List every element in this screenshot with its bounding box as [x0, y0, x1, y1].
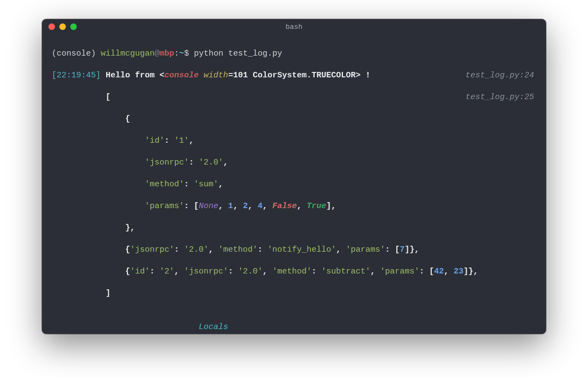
data-line: 'params': [None, 1, 2, 4, False, True],: [52, 201, 536, 212]
data-line: 'jsonrpc': '2.0',: [52, 157, 536, 168]
prompt-line-1: (console) willmcgugan@mbp:~$ python test…: [52, 48, 536, 59]
data-line: 'method': 'sum',: [52, 179, 536, 190]
log-line-1: [22:19:45] Hello from <console width=101…: [52, 70, 536, 81]
titlebar: bash: [42, 19, 546, 34]
data-line: {: [52, 114, 536, 125]
log-line-2: [test_log.py:25: [52, 92, 536, 103]
terminal-body[interactable]: (console) willmcgugan@mbp:~$ python test…: [42, 34, 546, 334]
data-line: {'id': '2', 'jsonrpc': '2.0', 'method': …: [52, 266, 536, 277]
data-line: ]: [52, 288, 536, 299]
source-loc-2: test_log.py:25: [465, 92, 536, 103]
cwd: ~: [179, 49, 184, 58]
venv: (console): [52, 49, 96, 58]
command: python test_log.py: [194, 49, 282, 58]
data-line: 'id': '1',: [52, 136, 536, 147]
locals-panel: Locals 'enabled'False 'context'{'foo': '…: [91, 311, 536, 334]
host: mbp: [160, 49, 174, 58]
source-loc-1: test_log.py:24: [465, 70, 536, 81]
terminal-window: bash (console) willmcgugan@mbp:~$ python…: [42, 19, 546, 334]
timestamp: [22:19:45]: [52, 71, 101, 80]
data-line: {'jsonrpc': '2.0', 'method': 'notify_hel…: [52, 245, 536, 256]
window-title: bash: [42, 23, 546, 31]
user: willmcgugan: [101, 49, 155, 58]
console-tag: console: [164, 71, 199, 80]
locals-title: Locals: [199, 323, 228, 332]
data-line: },: [52, 223, 536, 234]
